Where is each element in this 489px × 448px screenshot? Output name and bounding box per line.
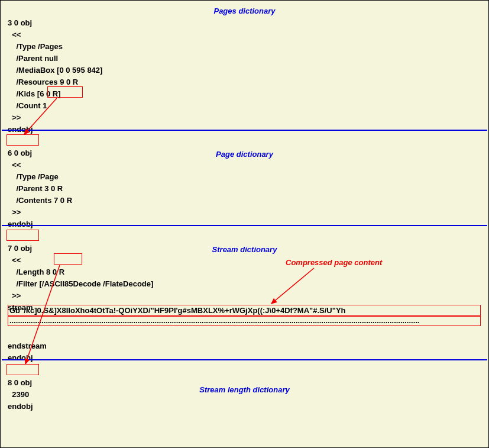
document-container: Pages dictionary 3 0 obj << /Type /Pages… xyxy=(0,0,489,448)
stream-dots-box: ........................................… xyxy=(8,316,481,326)
stream-dict-code: 7 0 obj << /Length 8 0 R /Filter [/ASCII… xyxy=(8,231,153,314)
separator-2 xyxy=(2,225,487,226)
stream-content-text: Gb"/kc]0.S&]X8IIoXho4tOtTa!-QOiYXD/"HF9P… xyxy=(9,306,346,315)
separator-3 xyxy=(2,359,487,360)
stream-length-heading: Stream length dictionary xyxy=(1,385,488,394)
stream-end-code: endstream endobj xyxy=(8,328,47,364)
length-dict-code: 8 0 obj 2390 endobj xyxy=(8,365,33,412)
arrow-compressed-to-content xyxy=(271,268,314,304)
compressed-annotation: Compressed page content xyxy=(286,258,382,267)
pages-dict-code: 3 0 obj << /Type /Pages /Parent null /Me… xyxy=(8,5,102,136)
page-dict-code: 6 0 obj << /Type /Page /Parent 3 0 R /Co… xyxy=(8,136,72,230)
page-dictionary-heading: Page dictionary xyxy=(1,150,488,159)
stream-dots-text: ........................................… xyxy=(9,316,419,325)
stream-content-box: Gb"/kc]0.S&]X8IIoXho4tOtTa!-QOiYXD/"HF9P… xyxy=(8,305,481,316)
separator-1 xyxy=(2,130,487,131)
